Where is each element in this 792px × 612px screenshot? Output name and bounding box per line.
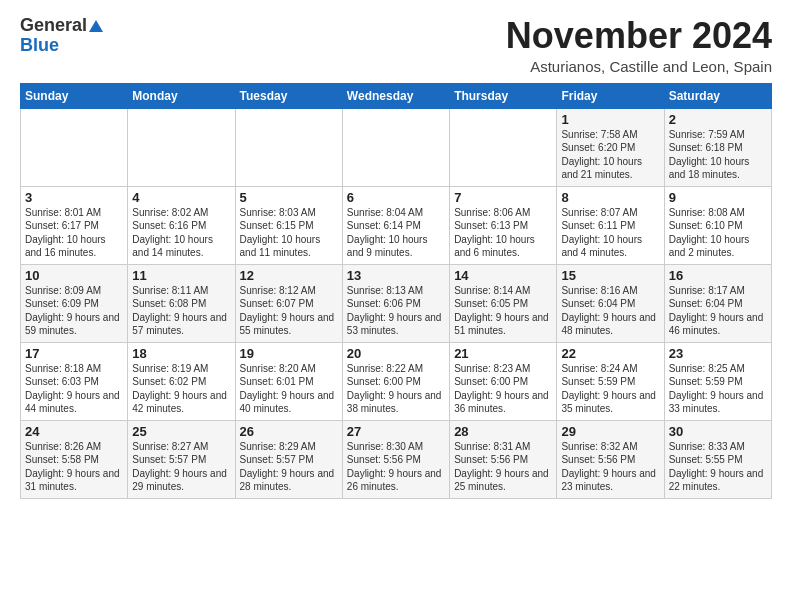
day-number: 28	[454, 424, 552, 439]
day-info: Sunrise: 8:02 AMSunset: 6:16 PMDaylight:…	[132, 206, 230, 260]
day-info: Sunrise: 8:18 AMSunset: 6:03 PMDaylight:…	[25, 362, 123, 416]
table-row: 23Sunrise: 8:25 AMSunset: 5:59 PMDayligh…	[664, 342, 771, 420]
header-saturday: Saturday	[664, 83, 771, 108]
day-info: Sunrise: 7:58 AMSunset: 6:20 PMDaylight:…	[561, 128, 659, 182]
day-info: Sunrise: 8:17 AMSunset: 6:04 PMDaylight:…	[669, 284, 767, 338]
table-row: 9Sunrise: 8:08 AMSunset: 6:10 PMDaylight…	[664, 186, 771, 264]
table-row: 19Sunrise: 8:20 AMSunset: 6:01 PMDayligh…	[235, 342, 342, 420]
day-info: Sunrise: 8:14 AMSunset: 6:05 PMDaylight:…	[454, 284, 552, 338]
table-row: 25Sunrise: 8:27 AMSunset: 5:57 PMDayligh…	[128, 420, 235, 498]
day-info: Sunrise: 8:01 AMSunset: 6:17 PMDaylight:…	[25, 206, 123, 260]
day-number: 25	[132, 424, 230, 439]
day-info: Sunrise: 8:23 AMSunset: 6:00 PMDaylight:…	[454, 362, 552, 416]
day-number: 5	[240, 190, 338, 205]
day-number: 3	[25, 190, 123, 205]
day-number: 15	[561, 268, 659, 283]
title-block: November 2024 Asturianos, Castille and L…	[506, 16, 772, 75]
day-number: 10	[25, 268, 123, 283]
day-info: Sunrise: 8:11 AMSunset: 6:08 PMDaylight:…	[132, 284, 230, 338]
calendar-table: Sunday Monday Tuesday Wednesday Thursday…	[20, 83, 772, 499]
table-row	[450, 108, 557, 186]
table-row: 8Sunrise: 8:07 AMSunset: 6:11 PMDaylight…	[557, 186, 664, 264]
day-info: Sunrise: 8:24 AMSunset: 5:59 PMDaylight:…	[561, 362, 659, 416]
calendar-header-row: Sunday Monday Tuesday Wednesday Thursday…	[21, 83, 772, 108]
day-number: 16	[669, 268, 767, 283]
table-row: 16Sunrise: 8:17 AMSunset: 6:04 PMDayligh…	[664, 264, 771, 342]
header-friday: Friday	[557, 83, 664, 108]
day-number: 12	[240, 268, 338, 283]
day-info: Sunrise: 8:20 AMSunset: 6:01 PMDaylight:…	[240, 362, 338, 416]
table-row: 28Sunrise: 8:31 AMSunset: 5:56 PMDayligh…	[450, 420, 557, 498]
day-info: Sunrise: 8:29 AMSunset: 5:57 PMDaylight:…	[240, 440, 338, 494]
day-number: 14	[454, 268, 552, 283]
table-row: 11Sunrise: 8:11 AMSunset: 6:08 PMDayligh…	[128, 264, 235, 342]
day-info: Sunrise: 8:31 AMSunset: 5:56 PMDaylight:…	[454, 440, 552, 494]
day-number: 24	[25, 424, 123, 439]
table-row: 14Sunrise: 8:14 AMSunset: 6:05 PMDayligh…	[450, 264, 557, 342]
day-info: Sunrise: 8:04 AMSunset: 6:14 PMDaylight:…	[347, 206, 445, 260]
table-row: 30Sunrise: 8:33 AMSunset: 5:55 PMDayligh…	[664, 420, 771, 498]
day-number: 18	[132, 346, 230, 361]
header-tuesday: Tuesday	[235, 83, 342, 108]
table-row: 22Sunrise: 8:24 AMSunset: 5:59 PMDayligh…	[557, 342, 664, 420]
day-info: Sunrise: 8:16 AMSunset: 6:04 PMDaylight:…	[561, 284, 659, 338]
table-row: 15Sunrise: 8:16 AMSunset: 6:04 PMDayligh…	[557, 264, 664, 342]
day-number: 2	[669, 112, 767, 127]
table-row	[342, 108, 449, 186]
day-info: Sunrise: 8:06 AMSunset: 6:13 PMDaylight:…	[454, 206, 552, 260]
day-number: 21	[454, 346, 552, 361]
logo-triangle-icon	[89, 20, 103, 32]
day-info: Sunrise: 8:27 AMSunset: 5:57 PMDaylight:…	[132, 440, 230, 494]
day-number: 30	[669, 424, 767, 439]
day-number: 20	[347, 346, 445, 361]
table-row: 12Sunrise: 8:12 AMSunset: 6:07 PMDayligh…	[235, 264, 342, 342]
table-row: 6Sunrise: 8:04 AMSunset: 6:14 PMDaylight…	[342, 186, 449, 264]
day-info: Sunrise: 8:03 AMSunset: 6:15 PMDaylight:…	[240, 206, 338, 260]
table-row: 18Sunrise: 8:19 AMSunset: 6:02 PMDayligh…	[128, 342, 235, 420]
page: General Blue November 2024 Asturianos, C…	[0, 0, 792, 509]
calendar-week-row: 1Sunrise: 7:58 AMSunset: 6:20 PMDaylight…	[21, 108, 772, 186]
day-info: Sunrise: 8:22 AMSunset: 6:00 PMDaylight:…	[347, 362, 445, 416]
table-row: 3Sunrise: 8:01 AMSunset: 6:17 PMDaylight…	[21, 186, 128, 264]
day-number: 23	[669, 346, 767, 361]
header-wednesday: Wednesday	[342, 83, 449, 108]
logo: General Blue	[20, 16, 103, 56]
header: General Blue November 2024 Asturianos, C…	[20, 16, 772, 75]
day-number: 11	[132, 268, 230, 283]
table-row	[128, 108, 235, 186]
day-info: Sunrise: 8:32 AMSunset: 5:56 PMDaylight:…	[561, 440, 659, 494]
day-info: Sunrise: 7:59 AMSunset: 6:18 PMDaylight:…	[669, 128, 767, 182]
day-info: Sunrise: 8:08 AMSunset: 6:10 PMDaylight:…	[669, 206, 767, 260]
table-row: 10Sunrise: 8:09 AMSunset: 6:09 PMDayligh…	[21, 264, 128, 342]
day-info: Sunrise: 8:30 AMSunset: 5:56 PMDaylight:…	[347, 440, 445, 494]
table-row: 20Sunrise: 8:22 AMSunset: 6:00 PMDayligh…	[342, 342, 449, 420]
table-row: 5Sunrise: 8:03 AMSunset: 6:15 PMDaylight…	[235, 186, 342, 264]
header-thursday: Thursday	[450, 83, 557, 108]
day-number: 26	[240, 424, 338, 439]
table-row	[235, 108, 342, 186]
table-row: 29Sunrise: 8:32 AMSunset: 5:56 PMDayligh…	[557, 420, 664, 498]
table-row: 27Sunrise: 8:30 AMSunset: 5:56 PMDayligh…	[342, 420, 449, 498]
day-number: 9	[669, 190, 767, 205]
day-number: 13	[347, 268, 445, 283]
header-sunday: Sunday	[21, 83, 128, 108]
table-row: 2Sunrise: 7:59 AMSunset: 6:18 PMDaylight…	[664, 108, 771, 186]
day-info: Sunrise: 8:25 AMSunset: 5:59 PMDaylight:…	[669, 362, 767, 416]
calendar-week-row: 17Sunrise: 8:18 AMSunset: 6:03 PMDayligh…	[21, 342, 772, 420]
table-row: 7Sunrise: 8:06 AMSunset: 6:13 PMDaylight…	[450, 186, 557, 264]
day-number: 29	[561, 424, 659, 439]
table-row: 24Sunrise: 8:26 AMSunset: 5:58 PMDayligh…	[21, 420, 128, 498]
table-row: 13Sunrise: 8:13 AMSunset: 6:06 PMDayligh…	[342, 264, 449, 342]
day-number: 17	[25, 346, 123, 361]
table-row: 26Sunrise: 8:29 AMSunset: 5:57 PMDayligh…	[235, 420, 342, 498]
header-monday: Monday	[128, 83, 235, 108]
day-info: Sunrise: 8:13 AMSunset: 6:06 PMDaylight:…	[347, 284, 445, 338]
table-row	[21, 108, 128, 186]
day-info: Sunrise: 8:12 AMSunset: 6:07 PMDaylight:…	[240, 284, 338, 338]
logo-general-text: General	[20, 16, 87, 36]
day-number: 4	[132, 190, 230, 205]
table-row: 21Sunrise: 8:23 AMSunset: 6:00 PMDayligh…	[450, 342, 557, 420]
calendar-week-row: 24Sunrise: 8:26 AMSunset: 5:58 PMDayligh…	[21, 420, 772, 498]
table-row: 1Sunrise: 7:58 AMSunset: 6:20 PMDaylight…	[557, 108, 664, 186]
day-number: 19	[240, 346, 338, 361]
